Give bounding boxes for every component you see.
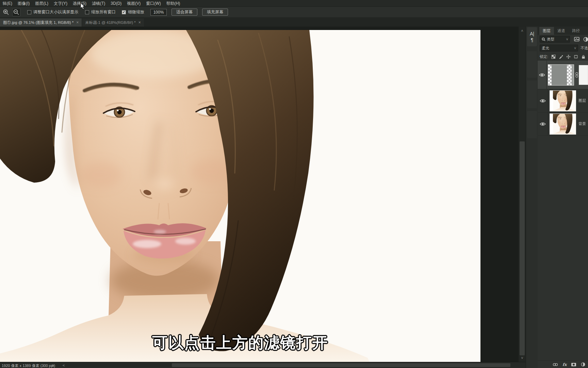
zoom-out-icon[interactable] [12, 8, 20, 16]
menu-item-3d[interactable]: 3D(D) [108, 0, 124, 7]
chevron-down-icon: ˅ [574, 46, 576, 50]
visibility-eye-icon[interactable] [538, 89, 548, 112]
vertical-scrollbar-thumb[interactable] [520, 141, 525, 355]
lock-all-icon[interactable] [581, 55, 586, 59]
menu-item-image[interactable]: 图像(I) [15, 0, 32, 7]
scrubby-zoom-label: 细微缩放 [128, 9, 144, 15]
vertical-scrollbar[interactable]: ˄ ˅ [519, 27, 526, 362]
menu-item-window[interactable]: 窗口(W) [143, 0, 163, 7]
resize-windows-label: 调整窗口大小以满屏显示 [33, 9, 78, 15]
lock-transparency-icon[interactable] [551, 55, 556, 59]
lock-position-icon[interactable] [566, 55, 571, 59]
tab-channels[interactable]: 通道 [554, 27, 569, 35]
fill-screen-button[interactable]: 填充屏幕 [202, 9, 228, 16]
zoom-all-option[interactable]: 缩放所有窗口 [85, 9, 116, 15]
menu-item-view[interactable]: 视图(V) [124, 0, 143, 7]
menu-bar: 辑(E) 图像(I) 图层(L) 文字(Y) 选择(S) 滤镜(T) 3D(D)… [0, 0, 588, 7]
scrubby-zoom-option[interactable]: ✓ 细微缩放 [122, 9, 144, 15]
blend-mode-value: 柔光 [542, 46, 549, 51]
filter-type-label: 类型 [547, 37, 554, 42]
adjustment-filter-icon[interactable] [583, 37, 588, 42]
zoom-in-icon[interactable] [2, 8, 10, 16]
visibility-eye-icon[interactable] [538, 112, 548, 135]
status-bar: 1920 像素 x 1389 像素 (300 ppi) > < [0, 362, 526, 368]
fit-screen-button[interactable]: 适合屏幕 [172, 9, 197, 16]
lock-pixels-brush-icon[interactable] [559, 55, 563, 59]
lock-row: 锁定: [538, 52, 588, 61]
menu-item-select[interactable]: 选择(S) [70, 0, 89, 7]
opacity-label: 不透 [581, 46, 588, 51]
panel-icon-strip: A| ¶ [526, 27, 538, 368]
zoom-all-label: 缩放所有窗口 [91, 9, 116, 15]
canvas-pasteboard[interactable]: 可以点击上方的滤镜打开 [0, 27, 519, 362]
visibility-eye-icon[interactable] [538, 61, 547, 89]
scroll-up-icon[interactable]: ˄ [519, 29, 526, 33]
scrubby-zoom-checkbox[interactable]: ✓ [122, 10, 126, 14]
document-size-readout: 1920 像素 x 1389 像素 (300 ppi) [2, 363, 55, 368]
video-subtitle: 可以点击上方的滤镜打开 [0, 333, 480, 353]
tool-options-bar: 调整窗口大小以满屏显示 缩放所有窗口 ✓ 细微缩放 100% 适合屏幕 填充屏幕 [0, 7, 588, 18]
new-adjustment-icon[interactable] [581, 362, 585, 367]
layer-row-image[interactable]: 图层 [538, 89, 588, 112]
pattern-fill-thumbnail[interactable] [548, 64, 574, 86]
search-icon [542, 37, 545, 41]
tab-paths[interactable]: 路径 [569, 27, 583, 35]
layer-thumbnail[interactable] [550, 90, 576, 111]
layer-row-background[interactable]: 背景 [538, 112, 588, 136]
collapsed-panel-slot[interactable] [527, 80, 537, 108]
status-expand-icon[interactable]: > [52, 363, 54, 367]
zoom-percent-field[interactable]: 100% [150, 9, 167, 16]
mask-link-icon[interactable] [575, 72, 578, 78]
menu-item-type[interactable]: 文字(Y) [51, 0, 70, 7]
layer-mask-thumbnail[interactable] [579, 65, 588, 85]
menu-item-edit[interactable]: 辑(E) [0, 0, 15, 7]
portrait-photo [0, 30, 480, 362]
document-tab-active[interactable]: 图①.jpg @ 76.1% (图案填充 1, RGB/8) * × [0, 18, 82, 27]
character-panel-icon[interactable]: A| [530, 31, 534, 36]
link-layers-icon[interactable] [553, 363, 558, 366]
chevron-down-icon: ˅ [566, 37, 568, 41]
layer-row-pattern-fill[interactable] [538, 61, 588, 89]
tab-layers[interactable]: 图层 [539, 27, 554, 35]
document-tab-bar: 图①.jpg @ 76.1% (图案填充 1, RGB/8) * × 未标题-1… [0, 18, 588, 27]
layer-name[interactable]: 背景 [578, 121, 586, 126]
document-tab-title: 图①.jpg @ 76.1% (图案填充 1, RGB/8) * [3, 20, 74, 25]
layer-thumbnail[interactable] [550, 113, 576, 135]
menu-item-filter[interactable]: 滤镜(T) [89, 0, 108, 7]
mouse-cursor-icon [80, 3, 85, 10]
menu-item-help[interactable]: 帮助(H) [164, 0, 183, 7]
resize-windows-option[interactable]: 调整窗口大小以满屏显示 [27, 9, 78, 15]
blend-mode-select[interactable]: 柔光 ˅ [540, 45, 578, 51]
paragraph-panel-icon[interactable]: ¶ [531, 37, 534, 42]
canvas-document[interactable] [0, 30, 480, 362]
layers-panel-footer: fx [538, 361, 588, 368]
collapsed-panel-slot[interactable] [527, 111, 537, 138]
resize-windows-checkbox[interactable] [27, 10, 31, 14]
panel-tab-bar: 图层 通道 路径 [538, 27, 588, 35]
layer-name[interactable]: 图层 [578, 98, 586, 103]
blend-mode-row: 柔光 ˅ 不透 [538, 44, 588, 52]
layers-panel: 图层 通道 路径 类型 ˅ 柔光 ˅ 不透 [538, 27, 588, 368]
lock-artboard-icon[interactable] [574, 55, 578, 59]
close-icon[interactable]: × [76, 20, 79, 25]
filter-type-select[interactable]: 类型 ˅ [540, 36, 570, 43]
collapsed-panel-slot[interactable] [527, 51, 537, 78]
workspace: 可以点击上方的滤镜打开 ˄ ˅ A| ¶ 图层 通道 路径 类型 ˅ [0, 27, 588, 368]
add-mask-icon[interactable] [571, 363, 576, 367]
horizontal-scrollbar-thumb[interactable] [172, 363, 510, 367]
lock-label: 锁定: [540, 54, 548, 59]
close-icon[interactable]: × [138, 20, 141, 25]
type-panels-group: A| ¶ [527, 27, 537, 46]
layer-filter-row: 类型 ˅ [538, 35, 588, 44]
layer-style-fx-icon[interactable]: fx [562, 362, 567, 367]
scroll-down-icon[interactable]: ˅ [519, 356, 526, 360]
scroll-left-icon[interactable]: < [63, 363, 65, 367]
document-tab-title: 未标题-1 @ 418%(RGB/8#) * [85, 20, 135, 25]
menu-item-layer[interactable]: 图层(L) [32, 0, 51, 7]
zoom-all-checkbox[interactable] [85, 10, 89, 14]
document-tab-inactive[interactable]: 未标题-1 @ 418%(RGB/8#) * × [82, 18, 144, 27]
pixel-filter-icon[interactable] [574, 37, 579, 42]
